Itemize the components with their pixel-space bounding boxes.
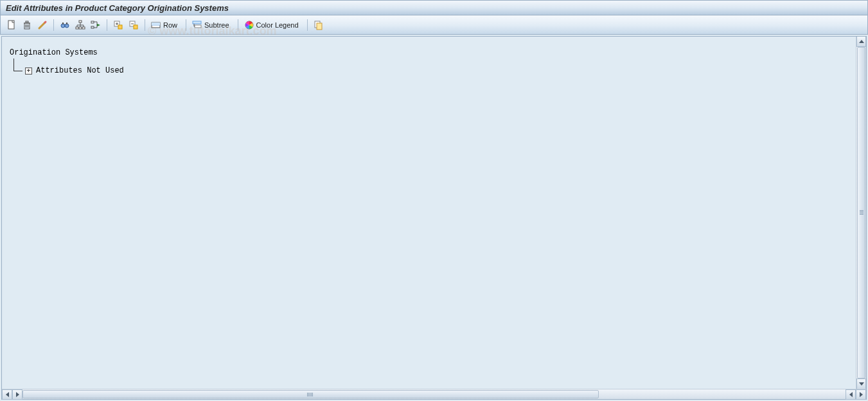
content-area: Origination Systems Attributes Not Used xyxy=(1,36,867,400)
expand-all-button[interactable] xyxy=(111,18,125,32)
subtree-icon xyxy=(192,20,202,30)
copy-button[interactable] xyxy=(312,18,326,32)
tree-child-node[interactable]: Attributes Not Used xyxy=(7,66,851,75)
svg-marker-24 xyxy=(97,24,100,26)
subtree-button[interactable]: Subtree xyxy=(190,18,234,32)
row-button[interactable]: Row xyxy=(149,18,182,32)
horizontal-scroll-thumb[interactable] xyxy=(22,390,599,398)
collapse-icon xyxy=(128,20,139,30)
toolbar-separator xyxy=(145,19,145,31)
arrow-tree-icon xyxy=(91,20,101,30)
vertical-scrollbar[interactable] xyxy=(856,37,866,389)
hierarchy-button[interactable] xyxy=(73,18,87,32)
chevron-up-icon xyxy=(859,40,864,43)
svg-rect-12 xyxy=(66,22,67,24)
expand-icon xyxy=(113,20,123,30)
color-legend-button[interactable]: Color Legend xyxy=(242,18,303,32)
chevron-left-icon xyxy=(849,392,853,397)
svg-rect-34 xyxy=(152,22,160,25)
svg-rect-31 xyxy=(134,25,137,29)
expand-toggle-icon[interactable] xyxy=(25,67,32,75)
scroll-down-button[interactable] xyxy=(856,379,866,389)
row-button-label: Row xyxy=(163,21,177,29)
svg-line-7 xyxy=(39,22,45,28)
binoculars-icon xyxy=(60,20,70,30)
svg-rect-14 xyxy=(76,27,78,29)
window-title-bar: Edit Attributes in Product Category Orig… xyxy=(0,0,868,15)
svg-rect-23 xyxy=(91,26,94,28)
toolbar-separator xyxy=(186,19,186,31)
svg-rect-13 xyxy=(79,21,82,22)
svg-line-8 xyxy=(45,22,46,22)
chevron-left-icon xyxy=(6,392,9,397)
delete-button[interactable] xyxy=(20,18,34,32)
svg-rect-22 xyxy=(91,21,94,23)
svg-rect-11 xyxy=(62,22,64,24)
svg-rect-16 xyxy=(82,27,85,29)
application-toolbar: Row Subtree Color Legend xyxy=(0,15,868,35)
svg-rect-15 xyxy=(79,27,82,29)
tree-root-node[interactable]: Origination Systems xyxy=(7,48,851,57)
pencil-icon xyxy=(37,20,48,30)
toolbar-separator xyxy=(107,19,107,31)
tree-connector-line xyxy=(13,58,22,71)
svg-rect-35 xyxy=(193,21,201,24)
chevron-right-icon xyxy=(16,392,19,397)
svg-rect-3 xyxy=(26,21,28,22)
document-new-icon xyxy=(6,20,17,30)
scroll-left-button[interactable] xyxy=(2,389,12,400)
color-wheel-icon xyxy=(244,20,254,30)
toolbar-separator xyxy=(53,19,54,31)
toolbar-separator xyxy=(238,19,238,31)
scroll-left-end-button[interactable] xyxy=(846,389,856,400)
page-title: Edit Attributes in Product Category Orig… xyxy=(6,3,229,13)
svg-rect-28 xyxy=(118,25,122,29)
chevron-right-icon xyxy=(860,392,863,397)
svg-rect-41 xyxy=(317,23,322,30)
trash-icon xyxy=(22,20,32,30)
svg-rect-36 xyxy=(195,25,201,28)
collapse-all-button[interactable] xyxy=(127,18,141,32)
hierarchy-icon xyxy=(75,20,85,30)
tree-child-label: Attributes Not Used xyxy=(36,66,124,75)
svg-rect-0 xyxy=(8,21,14,29)
scroll-up-button[interactable] xyxy=(856,37,866,47)
horizontal-scrollbar[interactable] xyxy=(2,389,866,399)
color-legend-button-label: Color Legend xyxy=(256,21,299,29)
scroll-right-button[interactable] xyxy=(12,389,22,400)
vertical-scroll-thumb[interactable] xyxy=(857,47,865,379)
toolbar-separator xyxy=(307,19,308,31)
tree-view: Origination Systems Attributes Not Used xyxy=(2,37,856,389)
subtree-button-label: Subtree xyxy=(204,21,229,29)
create-button[interactable] xyxy=(4,18,19,32)
copy-icon xyxy=(314,20,324,30)
scroll-right-end-button[interactable] xyxy=(856,389,866,400)
tree-root-label: Origination Systems xyxy=(10,48,98,57)
row-icon xyxy=(151,20,161,30)
chevron-down-icon xyxy=(859,382,864,386)
find-button[interactable] xyxy=(58,18,72,32)
where-used-button[interactable] xyxy=(89,18,103,32)
horizontal-scroll-track[interactable] xyxy=(22,389,846,399)
edit-button[interactable] xyxy=(35,18,49,32)
